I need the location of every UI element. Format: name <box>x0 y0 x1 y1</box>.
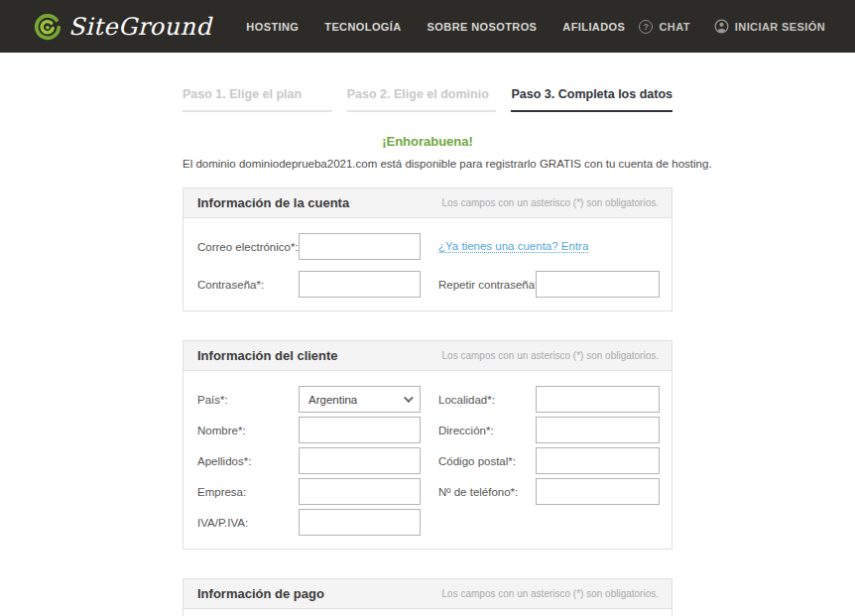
checkout-steps: Paso 1. Elige el plan Paso 2. Elige el d… <box>183 87 672 112</box>
form-row-email: Correo electrónico*: ¿Ya tienes una cuen… <box>197 233 660 260</box>
section-payment-body <box>183 609 672 616</box>
login-label: INICIAR SESIÓN <box>735 21 825 33</box>
section-payment-header: Información de pago Los campos con un as… <box>183 579 672 609</box>
nav-utilities: ? CHAT INICIAR SESIÓN <box>639 19 825 34</box>
vat-input[interactable] <box>299 509 421 536</box>
address-label: Dirección*: <box>438 425 536 436</box>
domain-available-message: El dominio dominiodeprueba2021.com está … <box>183 158 672 170</box>
menu-item-sobre-nosotros[interactable]: SOBRE NOSOTROS <box>415 11 550 43</box>
existing-account-link[interactable]: ¿Ya tienes una cuenta? Entra <box>438 240 588 253</box>
form-row-name-address: Nombre*: Dirección*: <box>197 417 660 443</box>
password-label: Contraseña*: <box>197 279 299 291</box>
section-title: Información de la cuenta <box>197 195 349 210</box>
tab-step-1-plan[interactable]: Paso 1. Elige el plan <box>183 87 332 112</box>
address-input[interactable] <box>536 417 660 443</box>
phone-label: Nº de teléfono*: <box>438 486 536 498</box>
surname-input[interactable] <box>299 447 421 474</box>
chat-button[interactable]: ? CHAT <box>639 20 689 34</box>
question-bubble-icon: ? <box>639 20 653 34</box>
form-row-company-phone: Empresa: Nº de teléfono*: <box>197 478 660 505</box>
first-name-label: Nombre*: <box>197 425 299 436</box>
required-fields-note: Los campos con un asterisco (*) son obli… <box>442 197 659 208</box>
main-menu: HOSTING TECNOLOGÍA SOBRE NOSOTROS AFILIA… <box>233 11 638 43</box>
checkout-content: Paso 1. Elige el plan Paso 2. Elige el d… <box>183 87 672 616</box>
city-input[interactable] <box>536 386 660 413</box>
email-input[interactable] <box>299 233 421 260</box>
tab-step-2-domain[interactable]: Paso 2. Elige el dominio <box>347 87 497 112</box>
repeat-password-label: Repetir contraseña*: <box>438 279 536 291</box>
section-title: Información del cliente <box>197 348 338 363</box>
user-icon <box>714 19 729 34</box>
required-fields-note: Los campos con un asterisco (*) son obli… <box>442 350 659 361</box>
congrats-banner: ¡Enhorabuena! El dominio dominiodeprueba… <box>183 134 672 170</box>
congrats-title: ¡Enhorabuena! <box>183 134 672 149</box>
company-input[interactable] <box>299 478 421 505</box>
menu-item-hosting[interactable]: HOSTING <box>233 11 311 43</box>
company-label: Empresa: <box>197 486 299 498</box>
section-account-header: Información de la cuenta Los campos con … <box>183 188 672 218</box>
password-input[interactable] <box>299 271 421 298</box>
chat-label: CHAT <box>659 21 689 33</box>
form-row-password: Contraseña*: Repetir contraseña*: <box>197 271 660 298</box>
surname-label: Apellidos*: <box>197 455 299 467</box>
email-label: Correo electrónico*: <box>197 241 299 253</box>
menu-item-tecnologia[interactable]: TECNOLOGÍA <box>311 11 414 43</box>
section-client-info: Información del cliente Los campos con u… <box>183 340 672 550</box>
menu-item-afiliados[interactable]: AFILIADOS <box>550 11 638 43</box>
tab-step-3-details[interactable]: Paso 3. Completa los datos <box>511 87 672 112</box>
postal-code-input[interactable] <box>536 447 660 474</box>
country-select[interactable]: Argentina <box>299 386 421 413</box>
brand-name: SiteGround <box>68 13 211 41</box>
section-client-body: País*: Argentina Localidad*: Nombre*: Di… <box>183 371 672 549</box>
siteground-spiral-icon <box>33 12 62 42</box>
brand-logo[interactable]: SiteGround <box>33 12 211 42</box>
country-label: País*: <box>197 394 299 406</box>
section-account-info: Información de la cuenta Los campos con … <box>183 187 672 311</box>
phone-input[interactable] <box>536 478 660 505</box>
postal-code-label: Código postal*: <box>438 455 536 467</box>
city-label: Localidad*: <box>438 394 536 406</box>
repeat-password-input[interactable] <box>536 271 660 298</box>
chevron-down-icon <box>404 393 414 403</box>
required-fields-note: Los campos con un asterisco (*) son obli… <box>442 588 659 599</box>
section-account-body: Correo electrónico*: ¿Ya tienes una cuen… <box>183 218 672 310</box>
section-title: Información de pago <box>197 586 324 601</box>
form-row-surname-postal: Apellidos*: Código postal*: <box>197 447 660 474</box>
vat-label: IVA/P.IVA: <box>197 517 299 529</box>
form-row-vat: IVA/P.IVA: <box>197 509 660 536</box>
section-client-header: Información del cliente Los campos con u… <box>183 341 672 371</box>
login-button[interactable]: INICIAR SESIÓN <box>714 19 825 34</box>
first-name-input[interactable] <box>299 417 421 443</box>
section-payment-info: Información de pago Los campos con un as… <box>183 578 672 616</box>
top-nav: SiteGround HOSTING TECNOLOGÍA SOBRE NOSO… <box>0 0 855 53</box>
form-row-country-city: País*: Argentina Localidad*: <box>197 386 660 413</box>
country-selected-value: Argentina <box>308 394 357 406</box>
